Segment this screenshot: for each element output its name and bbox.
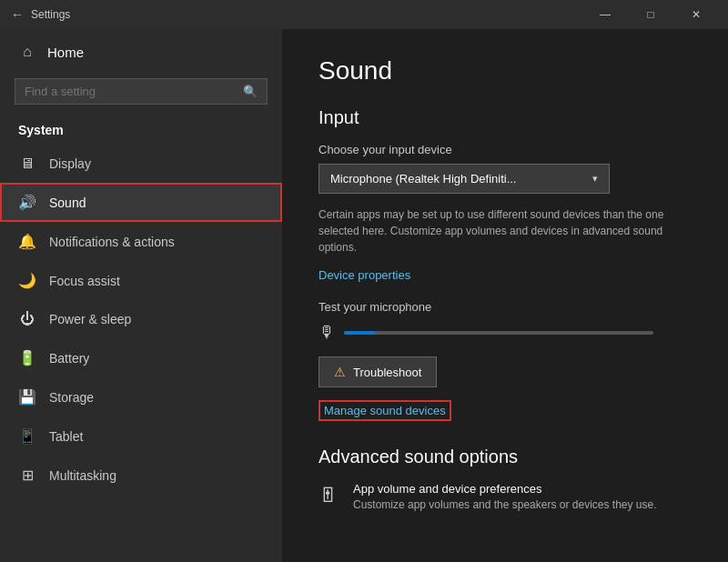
- advanced-item-desc: Customize app volumes and the speakers o…: [353, 498, 657, 511]
- manage-sound-devices-link[interactable]: Manage sound devices: [318, 400, 451, 421]
- focus-icon: 🌙: [18, 272, 36, 289]
- sidebar-section-title: System: [0, 115, 282, 145]
- sidebar-item-sound[interactable]: 🔊 Sound: [0, 183, 282, 222]
- sidebar-item-notifications[interactable]: 🔔 Notifications & actions: [0, 222, 282, 261]
- sidebar-item-label: Display: [49, 156, 91, 171]
- input-info-text: Certain apps may be set up to use differ…: [318, 206, 692, 256]
- sidebar-item-label: Notifications & actions: [49, 235, 175, 249]
- device-properties-link[interactable]: Device properties: [318, 268, 410, 282]
- title-bar-controls: — □ ✕: [584, 0, 717, 29]
- sidebar-item-multitasking[interactable]: ⊞ Multitasking: [0, 456, 282, 495]
- sidebar-item-storage[interactable]: 💾 Storage: [0, 377, 282, 416]
- dropdown-value: Microphone (Realtek High Definiti...: [330, 172, 516, 186]
- sidebar-item-focus[interactable]: 🌙 Focus assist: [0, 261, 282, 300]
- sidebar-item-label: Power & sleep: [49, 312, 131, 326]
- storage-icon: 💾: [18, 388, 36, 406]
- troubleshoot-label: Troubleshoot: [353, 366, 421, 379]
- sidebar-item-label: Storage: [49, 390, 94, 405]
- warning-icon: ⚠: [334, 365, 346, 379]
- search-icon: 🔍: [243, 85, 258, 98]
- sidebar-item-display[interactable]: 🖥 Display: [0, 145, 282, 183]
- power-icon: ⏻: [18, 311, 36, 327]
- tablet-icon: 📱: [18, 427, 36, 445]
- advanced-item-text: App volume and device preferences Custom…: [353, 482, 657, 511]
- advanced-section-title: Advanced sound options: [318, 447, 692, 467]
- home-label: Home: [47, 45, 84, 60]
- content-area: Sound Input Choose your input device Mic…: [282, 29, 728, 562]
- title-bar-title: Settings: [31, 8, 70, 21]
- microphone-icon: 🎙: [318, 323, 335, 342]
- mic-level-fill: [344, 331, 375, 335]
- advanced-item-title[interactable]: App volume and device preferences: [353, 482, 657, 496]
- back-button[interactable]: ←: [11, 7, 24, 22]
- home-icon: ⌂: [18, 44, 36, 60]
- advanced-item: 🎚 App volume and device preferences Cust…: [318, 482, 692, 511]
- sidebar-item-label: Tablet: [49, 429, 83, 444]
- display-icon: 🖥: [18, 156, 36, 172]
- equalizer-icon: 🎚: [318, 484, 339, 507]
- multitasking-icon: ⊞: [18, 467, 36, 484]
- minimize-button[interactable]: —: [584, 0, 626, 29]
- sidebar-item-power[interactable]: ⏻ Power & sleep: [0, 300, 282, 338]
- mic-level-slider[interactable]: [344, 331, 653, 335]
- sidebar-item-tablet[interactable]: 📱 Tablet: [0, 416, 282, 456]
- close-button[interactable]: ✕: [675, 0, 717, 29]
- maximize-button[interactable]: □: [630, 0, 672, 29]
- title-bar: ← Settings — □ ✕: [0, 0, 728, 29]
- sound-icon: 🔊: [18, 194, 36, 211]
- input-device-dropdown[interactable]: Microphone (Realtek High Definiti... ▾: [318, 164, 610, 194]
- input-section-title: Input: [318, 107, 692, 128]
- sidebar: ⌂ Home 🔍 System 🖥 Display 🔊 Sound 🔔 Noti…: [0, 29, 282, 562]
- title-bar-left: ← Settings: [11, 7, 70, 22]
- page-title: Sound: [318, 56, 692, 85]
- main-layout: ⌂ Home 🔍 System 🖥 Display 🔊 Sound 🔔 Noti…: [0, 29, 728, 562]
- sidebar-item-label: Sound: [49, 196, 86, 210]
- choose-device-label: Choose your input device: [318, 143, 692, 156]
- sidebar-item-label: Multitasking: [49, 468, 116, 483]
- test-mic-label: Test your microphone: [318, 300, 692, 314]
- chevron-down-icon: ▾: [592, 173, 598, 185]
- sidebar-item-label: Focus assist: [49, 274, 120, 288]
- search-box: 🔍: [15, 78, 268, 105]
- notifications-icon: 🔔: [18, 233, 36, 250]
- troubleshoot-button[interactable]: ⚠ Troubleshoot: [318, 356, 437, 387]
- sidebar-item-battery[interactable]: 🔋 Battery: [0, 338, 282, 377]
- battery-icon: 🔋: [18, 349, 36, 366]
- mic-level-row: 🎙: [318, 323, 692, 342]
- sidebar-item-home[interactable]: ⌂ Home: [0, 29, 282, 75]
- sidebar-item-label: Battery: [49, 351, 89, 366]
- search-input[interactable]: [25, 85, 236, 98]
